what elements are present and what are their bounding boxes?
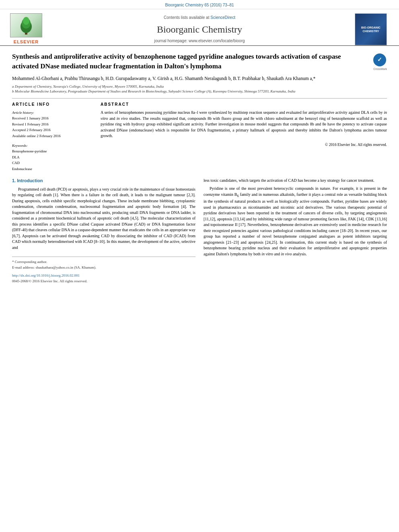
intro-para-3: Pyridine is one of the most prevalent he… [204, 186, 387, 257]
article-history: Article history: Received 1 January 2016… [12, 110, 93, 139]
doi-link[interactable]: http://dx.doi.org/10.1016/j.bioorg.2016.… [12, 273, 80, 277]
intro-para-2: less toxic candidates, which targets the… [204, 178, 387, 184]
cover-title-text: BIO-ORGANIC CHEMISTRY [357, 26, 385, 33]
crossmark-badge[interactable]: ✓ CrossMark [373, 52, 387, 71]
intro-heading: 1. Introduction [12, 178, 195, 184]
elsevier-tree-image [10, 13, 42, 37]
corresponding-label: * Corresponding author. [12, 259, 195, 265]
affiliation-b: b Molecular Biomedicine Laboratory, Post… [12, 89, 387, 94]
copyright-notice: © 2016 Elsevier Inc. All rights reserved… [101, 142, 387, 148]
author-list: Mohammed Al-Ghorbani a, Prabhu Thirusang… [12, 76, 315, 81]
journal-bar: Bioorganic Chemistry 65 (2016) 73–81 [0, 0, 399, 9]
journal-header: ELSEVIER Contents lists available at Sci… [0, 9, 399, 46]
elsevier-brand-text: ELSEVIER [14, 39, 39, 45]
footnote-area: * Corresponding author. E-mail address: … [12, 257, 195, 284]
crossmark-icon: ✓ [373, 53, 386, 66]
affiliation-a: a Department of Chemistry, Yuvaraja's Co… [12, 84, 387, 89]
authors: Mohammed Al-Ghorbani a, Prabhu Thirusang… [12, 75, 387, 82]
intro-para-1: Programmed cell death (PCD) or apoptosis… [12, 187, 195, 251]
email-note: E-mail address: shaukathara@yahoo.co.in … [12, 265, 195, 271]
elsevier-logo: ELSEVIER [8, 13, 44, 45]
journal-name: Bioorganic Chemistry [52, 23, 347, 37]
article-body: 1. Introduction Programmed cell death (P… [12, 178, 387, 284]
body-right-column: less toxic candidates, which targets the… [204, 178, 387, 284]
journal-header-center: Contents lists available at ScienceDirec… [44, 15, 355, 44]
svg-point-3 [23, 17, 29, 25]
journal-citation: Bioorganic Chemistry 65 (2016) 73–81 [165, 3, 234, 7]
science-direct-prefix: Contents lists available at [164, 15, 209, 20]
divider-rule [12, 98, 387, 99]
homepage-text: journal homepage: www.elsevier.com/locat… [154, 39, 245, 43]
science-direct-link[interactable]: ScienceDirect [210, 15, 235, 20]
body-left-column: 1. Introduction Programmed cell death (P… [12, 178, 195, 284]
issn-text: 0045-2068/© 2016 Elsevier Inc. All right… [12, 279, 87, 283]
article-content: Synthesis and antiproliferative activity… [0, 46, 399, 290]
keyword-2: DLA [12, 154, 93, 160]
article-title: Synthesis and antiproliferative activity… [12, 52, 367, 71]
issn-notice: 0045-2068/© 2016 Elsevier Inc. All right… [12, 279, 195, 284]
corresponding-note: * Corresponding author. E-mail address: … [12, 259, 195, 270]
article-title-section: Synthesis and antiproliferative activity… [12, 52, 387, 71]
keywords-label: Keywords: [12, 143, 93, 148]
keyword-1: Benzophenone-pyridine [12, 148, 93, 154]
history-label: Article history: [12, 110, 93, 115]
keyword-3: CAD [12, 160, 93, 166]
revised-date: Revised 1 February 2016 [12, 121, 93, 127]
abstract-column: ABSTRACT A series of benzophenones posse… [101, 102, 387, 172]
abstract-text: A series of benzophenones possessing pyr… [101, 110, 387, 139]
keywords-section: Keywords: Benzophenone-pyridine DLA CAD … [12, 143, 93, 172]
doi-area: http://dx.doi.org/10.1016/j.bioorg.2016.… [12, 273, 195, 279]
received-date: Received 1 January 2016 [12, 115, 93, 121]
article-info-header: ARTICLE INFO [12, 102, 93, 107]
abstract-header: ABSTRACT [101, 102, 387, 107]
affiliations: a Department of Chemistry, Yuvaraja's Co… [12, 84, 387, 94]
article-info-abstract: ARTICLE INFO Article history: Received 1… [12, 102, 387, 172]
article-info-column: ARTICLE INFO Article history: Received 1… [12, 102, 93, 172]
journal-homepage-url: journal homepage: www.elsevier.com/locat… [52, 38, 347, 44]
available-date: Available online 2 February 2016 [12, 133, 93, 139]
science-direct-notice: Contents lists available at ScienceDirec… [52, 15, 347, 21]
accepted-date: Accepted 2 February 2016 [12, 127, 93, 133]
journal-cover-image: BIO-ORGANIC CHEMISTRY [355, 13, 387, 45]
email-text: E-mail address: shaukathara@yahoo.co.in … [12, 265, 96, 269]
keyword-4: Endonuclease [12, 166, 93, 172]
crossmark-label: CrossMark [373, 67, 387, 71]
